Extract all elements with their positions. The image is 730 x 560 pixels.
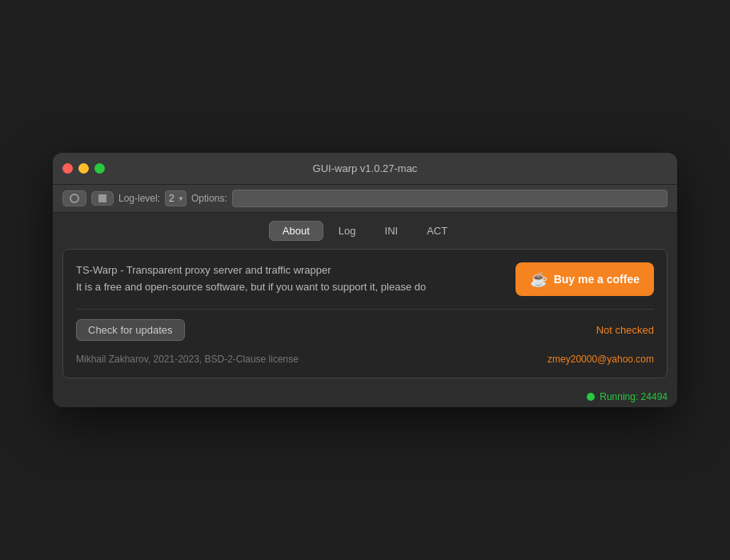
toolbar: Log-level: 2 0 1 3 4 Options: bbox=[53, 185, 677, 213]
about-description: TS-Warp - Transparent proxy server and t… bbox=[76, 262, 426, 296]
tab-log[interactable]: Log bbox=[325, 221, 370, 241]
options-input[interactable] bbox=[232, 190, 668, 207]
log-level-wrapper: 2 0 1 3 4 bbox=[165, 190, 187, 206]
minimize-button[interactable] bbox=[78, 163, 89, 174]
update-row: Check for updates Not checked bbox=[76, 309, 654, 341]
coffee-icon: ☕ bbox=[530, 270, 548, 288]
maximize-button[interactable] bbox=[94, 163, 105, 174]
tab-act[interactable]: ACT bbox=[413, 221, 461, 241]
check-updates-button[interactable]: Check for updates bbox=[76, 319, 185, 341]
tab-about[interactable]: About bbox=[269, 221, 323, 241]
panel-footer: Mikhail Zakharov, 2021-2023, BSD-2-Claus… bbox=[76, 341, 654, 365]
log-level-label: Log-level: bbox=[118, 193, 160, 204]
tab-bar: About Log INI ACT bbox=[62, 221, 668, 241]
license-text: Mikhail Zakharov, 2021-2023, BSD-2-Claus… bbox=[76, 354, 299, 365]
status-bar: Running: 24494 bbox=[53, 386, 677, 407]
tab-ini[interactable]: INI bbox=[371, 221, 412, 241]
stop-icon bbox=[98, 194, 106, 202]
about-top-section: TS-Warp - Transparent proxy server and t… bbox=[76, 262, 654, 296]
email-link[interactable]: zmey20000@yahoo.com bbox=[548, 354, 654, 365]
log-level-select[interactable]: 2 0 1 3 4 bbox=[165, 190, 187, 206]
titlebar: GUI-warp v1.0.27-mac bbox=[53, 153, 677, 185]
status-dot-icon bbox=[587, 393, 595, 401]
about-desc-line1: TS-Warp - Transparent proxy server and t… bbox=[76, 262, 426, 279]
app-window: GUI-warp v1.0.27-mac Log-level: 2 0 1 3 … bbox=[53, 153, 677, 407]
window-title: GUI-warp v1.0.27-mac bbox=[313, 162, 418, 174]
about-panel: TS-Warp - Transparent proxy server and t… bbox=[62, 249, 668, 378]
main-content: About Log INI ACT TS-Warp - Transparent … bbox=[53, 213, 677, 386]
power-button[interactable] bbox=[62, 190, 86, 206]
status-label: Running: 24494 bbox=[600, 391, 668, 402]
stop-button[interactable] bbox=[91, 191, 114, 206]
buy-coffee-label: Buy me a coffee bbox=[554, 273, 640, 286]
update-status: Not checked bbox=[596, 324, 654, 336]
about-desc-line2: It is a free and open-source software, b… bbox=[76, 279, 426, 296]
buy-coffee-button[interactable]: ☕ Buy me a coffee bbox=[515, 262, 654, 296]
options-label: Options: bbox=[191, 193, 227, 204]
power-icon bbox=[70, 194, 79, 203]
close-button[interactable] bbox=[62, 163, 73, 174]
traffic-lights bbox=[62, 163, 105, 174]
